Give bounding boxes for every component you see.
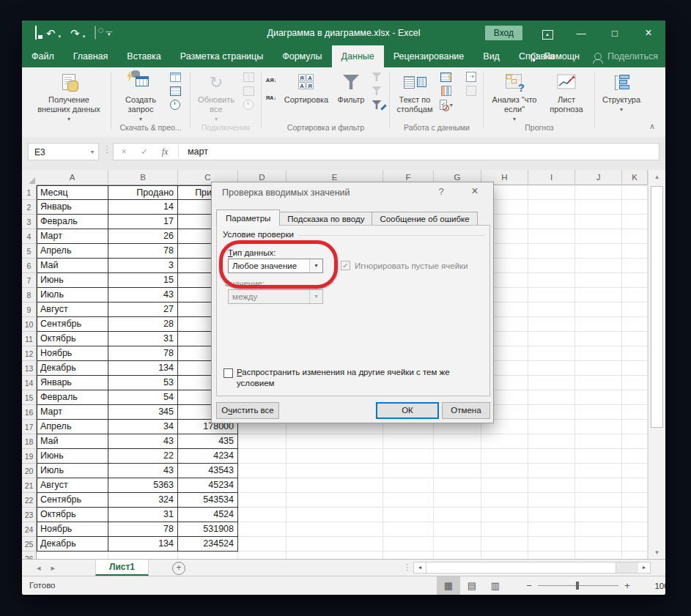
cell-C20[interactable]: 43543 xyxy=(178,464,238,478)
cell-A1[interactable]: Месяц xyxy=(37,185,108,200)
zoom-slider-thumb[interactable] xyxy=(576,582,579,590)
cell-J11[interactable] xyxy=(575,332,622,346)
cell-I12[interactable] xyxy=(528,346,575,361)
cell-A21[interactable]: Август xyxy=(37,478,108,493)
cell-J9[interactable] xyxy=(575,303,622,317)
cell-I2[interactable] xyxy=(528,200,575,215)
cell-B10[interactable]: 28 xyxy=(108,317,178,332)
column-header-K[interactable]: K xyxy=(622,170,648,185)
row-header-11[interactable]: 11 xyxy=(22,332,37,346)
cell-B17[interactable]: 34 xyxy=(108,420,178,434)
cell-D19[interactable] xyxy=(238,449,287,464)
cell-I15[interactable] xyxy=(528,390,575,405)
cell-E24[interactable] xyxy=(287,522,383,537)
cell-F20[interactable] xyxy=(383,464,434,478)
cell-J25[interactable] xyxy=(575,537,622,552)
cell-C19[interactable]: 4234 xyxy=(178,449,238,464)
dialog-tab-1[interactable]: Параметры xyxy=(216,209,280,226)
cell-A9[interactable]: Август xyxy=(37,303,108,317)
cell-E21[interactable] xyxy=(287,478,383,493)
cell-K21[interactable] xyxy=(622,478,648,493)
cell-G18[interactable] xyxy=(434,434,481,449)
cell-I26[interactable] xyxy=(528,552,575,559)
menu-tab-Главная[interactable]: Главная xyxy=(64,45,118,67)
cell-I6[interactable] xyxy=(528,259,575,273)
cell-J23[interactable] xyxy=(575,508,622,522)
cell-K17[interactable] xyxy=(622,420,648,434)
cell-I21[interactable] xyxy=(528,478,575,493)
cell-A10[interactable]: Сентябрь xyxy=(37,317,108,332)
cell-D26[interactable] xyxy=(238,552,287,559)
name-box[interactable]: E3 ▾ xyxy=(28,143,99,160)
cell-J22[interactable] xyxy=(575,493,622,508)
cell-J15[interactable] xyxy=(575,390,622,405)
cell-H24[interactable] xyxy=(481,522,528,537)
cell-C24[interactable]: 531908 xyxy=(178,522,238,537)
cell-F24[interactable] xyxy=(383,522,434,537)
cell-B20[interactable]: 43 xyxy=(108,464,178,478)
cell-B2[interactable]: 14 xyxy=(108,200,178,215)
cell-B23[interactable]: 31 xyxy=(108,508,178,522)
cell-D24[interactable] xyxy=(238,522,287,537)
cell-J12[interactable] xyxy=(575,346,622,361)
row-header-14[interactable]: 14 xyxy=(22,376,37,390)
cell-J13[interactable] xyxy=(575,361,622,376)
cell-I14[interactable] xyxy=(528,376,575,390)
cell-K3[interactable] xyxy=(622,215,648,229)
cell-K8[interactable] xyxy=(622,288,648,303)
row-header-24[interactable]: 24 xyxy=(22,522,37,537)
cell-B4[interactable]: 26 xyxy=(108,229,178,244)
cell-E22[interactable] xyxy=(287,493,383,508)
cell-K26[interactable] xyxy=(622,552,648,559)
cell-J6[interactable] xyxy=(575,259,622,273)
tell-me-label[interactable]: Помощн xyxy=(544,51,580,62)
sign-in-button[interactable]: Вход xyxy=(485,26,522,40)
cell-G19[interactable] xyxy=(434,449,481,464)
row-header-4[interactable]: 4 xyxy=(22,229,37,244)
cell-J21[interactable] xyxy=(575,478,622,493)
cell-B8[interactable]: 43 xyxy=(108,288,178,303)
cell-A22[interactable]: Сентябрь xyxy=(37,493,108,508)
cell-I16[interactable] xyxy=(528,405,575,420)
cell-I11[interactable] xyxy=(528,332,575,346)
cell-J8[interactable] xyxy=(575,288,622,303)
cell-C25[interactable]: 234524 xyxy=(178,537,238,552)
cell-K16[interactable] xyxy=(622,405,648,420)
cell-I25[interactable] xyxy=(528,537,575,552)
scroll-up-icon[interactable]: ▴ xyxy=(648,173,665,180)
menu-tab-Вид[interactable]: Вид xyxy=(473,45,509,67)
cell-K20[interactable] xyxy=(622,464,648,478)
text-to-columns-button[interactable]: Текст по столбцам xyxy=(392,70,437,114)
cell-A11[interactable]: Октябрь xyxy=(37,332,108,346)
new-query-button[interactable]: Создать запрос▾ xyxy=(118,70,163,124)
row-header-5[interactable]: 5 xyxy=(22,244,37,259)
cell-J19[interactable] xyxy=(575,449,622,464)
view-page-layout-button[interactable]: ▤ xyxy=(460,576,484,595)
row-header-2[interactable]: 2 xyxy=(22,200,37,215)
cell-K11[interactable] xyxy=(622,332,648,346)
cell-I10[interactable] xyxy=(528,317,575,332)
cell-J7[interactable] xyxy=(575,273,622,288)
scroll-right-icon[interactable]: ▸ xyxy=(638,563,650,573)
menu-tab-Разметка страницы[interactable]: Разметка страницы xyxy=(171,45,273,67)
row-header-23[interactable]: 23 xyxy=(22,508,37,522)
cell-K23[interactable] xyxy=(622,508,648,522)
cell-A24[interactable]: Ноябрь xyxy=(37,522,108,537)
menu-tab-Данные[interactable]: Данные xyxy=(332,45,384,67)
cell-B24[interactable]: 78 xyxy=(108,522,178,537)
cell-E23[interactable] xyxy=(287,508,383,522)
minimize-button[interactable]: — xyxy=(564,28,598,39)
view-page-break-button[interactable]: ▥ xyxy=(484,576,507,595)
cell-A16[interactable]: Март xyxy=(37,405,108,420)
cell-G23[interactable] xyxy=(434,508,481,522)
collapse-ribbon-icon[interactable]: ∧ xyxy=(649,122,655,131)
cell-A25[interactable]: Декабрь xyxy=(37,537,108,552)
sort-button[interactable]: ЯА АЯ Сортировка xyxy=(281,70,331,105)
cell-C21[interactable]: 45234 xyxy=(178,478,238,493)
sheetbar-splitter[interactable]: ⋮ xyxy=(403,563,411,572)
cell-J4[interactable] xyxy=(575,229,622,244)
cell-J26[interactable] xyxy=(575,552,622,559)
cell-J2[interactable] xyxy=(575,200,622,215)
scroll-left-icon[interactable]: ◂ xyxy=(414,563,426,573)
cell-B26[interactable] xyxy=(108,552,178,559)
